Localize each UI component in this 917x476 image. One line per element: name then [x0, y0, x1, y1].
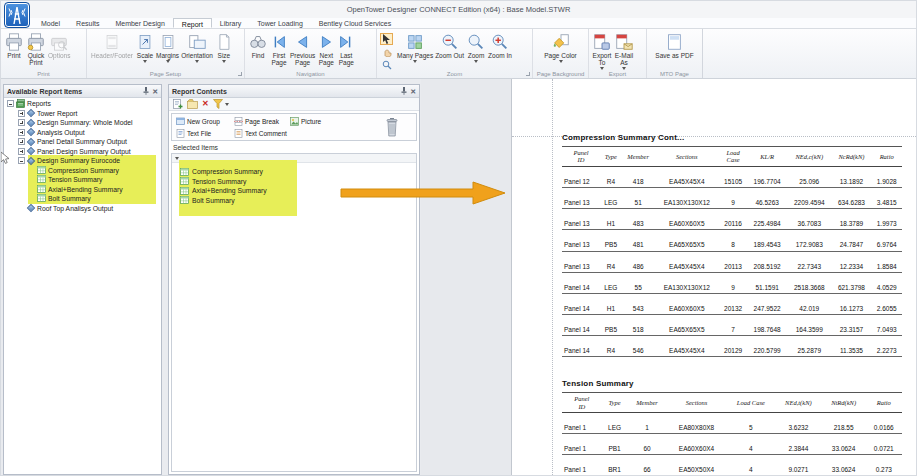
tree-item-tower-report[interactable]: Tower Report	[4, 109, 161, 119]
report-diamond-icon	[27, 128, 35, 136]
table-cell: LEG	[600, 188, 622, 209]
tab-library[interactable]: Library	[212, 18, 249, 28]
email-as-button[interactable]: E-Mail As	[613, 31, 635, 70]
palette-picture[interactable]: Picture	[290, 117, 321, 126]
tab-results[interactable]: Results	[68, 18, 107, 28]
zoom-out-button[interactable]: Zoom Out	[434, 31, 465, 59]
tab-model[interactable]: Model	[33, 18, 68, 28]
expand-icon[interactable]	[18, 119, 25, 126]
page-setup-group-label: Page Setup	[87, 71, 244, 77]
tree-item-axial-bending-summary[interactable]: Axial+Bending Summary	[4, 185, 161, 195]
table-header-row: Panel IDTypeMemberSectionsLoad CaseNEd,t…	[562, 393, 902, 413]
table-icon	[37, 185, 46, 194]
save-as-pdf-button[interactable]: Save as PDF	[654, 31, 694, 59]
table-row: Panel 1LEG1EA80X80X853.6232218.550.0166	[562, 413, 902, 434]
last-page-button[interactable]: Last Page	[336, 31, 356, 66]
quick-print-button[interactable]: Quick Print	[25, 31, 47, 66]
tree-item-design-summary-eurocode[interactable]: Design Summary Eurocode	[4, 156, 161, 166]
close-icon[interactable]: ✕	[410, 88, 416, 95]
delete-item-button[interactable]: ✕	[202, 100, 209, 108]
pointer-tool-button[interactable]	[380, 33, 393, 45]
tree-item-compression-summary[interactable]: Compression Summary	[4, 166, 161, 176]
table-cell: 220.5799	[747, 336, 787, 357]
zoom-in-icon	[490, 31, 510, 52]
pin-icon[interactable]	[143, 87, 149, 96]
trash-icon[interactable]	[384, 117, 400, 142]
table-cell: 225.4984	[747, 209, 787, 230]
tree-item-design-summary-whole-model[interactable]: Design Summary: Whole Model	[4, 118, 161, 128]
expand-icon[interactable]	[18, 110, 25, 117]
first-page-icon	[270, 31, 288, 52]
dialog-launcher-icon[interactable]	[238, 72, 242, 76]
column-header: Type	[600, 147, 622, 167]
table-cell: R4	[600, 166, 622, 187]
header-footer-button[interactable]: Header/Footer	[89, 31, 135, 59]
panel-header: Report Contents ✕	[169, 85, 419, 98]
tree-item-roof-top-analisys-output[interactable]: Roof Top Analisys Output	[4, 204, 161, 214]
pin-icon[interactable]	[401, 87, 407, 96]
palette-new-group[interactable]: New Group	[176, 117, 220, 126]
table-cell: 12.2334	[832, 251, 872, 272]
margins-button[interactable]: Margins	[155, 31, 180, 63]
tab-member-design[interactable]: Member Design	[107, 18, 172, 28]
contents-toolbar: ✕	[169, 98, 419, 111]
compression-summary-title: Compression Summary Cont...	[562, 133, 910, 142]
collapse-icon[interactable]	[18, 157, 25, 164]
tab-report[interactable]: Report	[173, 18, 212, 28]
list-item-compression-summary[interactable]: Compression Summary	[172, 167, 416, 177]
expand-icon[interactable]	[18, 148, 25, 155]
table-cell: EA130X130X12	[655, 272, 719, 293]
tree-item-tension-summary[interactable]: Tension Summary	[4, 175, 161, 185]
tree-item-panel-detail-summary-output[interactable]: Panel Detail Summary Output	[4, 137, 161, 147]
tab-bentley-cloud-services[interactable]: Bentley Cloud Services	[311, 18, 399, 28]
options-button[interactable]: Options	[47, 31, 71, 59]
tab-tower-loading[interactable]: Tower Loading	[249, 18, 311, 28]
size-button[interactable]: Size	[214, 31, 234, 63]
scale-button[interactable]: Scale	[135, 31, 155, 63]
page-break-icon	[234, 117, 243, 126]
previous-page-button[interactable]: Previous Page	[289, 31, 316, 66]
expand-icon[interactable]	[18, 129, 25, 136]
table-cell: 20129	[719, 336, 747, 357]
collapse-icon[interactable]	[7, 100, 14, 107]
add-report-item-button[interactable]	[173, 99, 183, 110]
zoom-dropdown-button[interactable]: Zoom	[465, 31, 487, 63]
ribbon-tab-bar: Model Results Member Design Report Libra…	[1, 18, 916, 29]
expand-icon[interactable]	[18, 138, 25, 145]
find-button[interactable]: Find	[247, 31, 269, 59]
table-cell: BR1	[602, 455, 628, 475]
many-pages-button[interactable]: Many Pages	[396, 31, 434, 63]
report-page: Compression Summary Cont... Panel IDType…	[511, 79, 916, 475]
tree-item-reports[interactable]: Reports	[4, 99, 161, 109]
palette-page-break[interactable]: Page Break	[234, 117, 279, 126]
page-color-button[interactable]: Page Color	[543, 31, 578, 63]
printer-icon	[26, 31, 46, 52]
palette-text-comment[interactable]: Text Comment	[234, 129, 287, 138]
scale-icon	[136, 31, 154, 52]
palette-text-file[interactable]: Text File	[176, 129, 211, 138]
filter-button[interactable]	[213, 99, 229, 109]
table-cell: EA80X80X8	[667, 413, 727, 434]
dropdown-caret[interactable]	[225, 103, 229, 106]
table-cell: 2.2273	[871, 336, 902, 357]
table-cell: 20132	[719, 293, 747, 314]
close-icon[interactable]: ✕	[152, 88, 158, 95]
print-group-label: Print	[1, 71, 86, 77]
pan-hand-tool-button[interactable]	[380, 46, 393, 58]
table-cell: 11.3535	[832, 336, 872, 357]
column-header: Panel ID	[562, 147, 600, 167]
zoom-in-button[interactable]: Zoom In	[487, 31, 513, 59]
orientation-button[interactable]: Orientation	[180, 31, 214, 63]
first-page-button[interactable]: First Page	[269, 31, 289, 66]
next-page-button[interactable]: Next Page	[316, 31, 336, 66]
tower-antenna-icon	[7, 5, 27, 27]
table-cell: 634.6283	[832, 188, 872, 209]
tree-item-panel-design-summary-output[interactable]: Panel Design Summary Output	[4, 147, 161, 157]
export-to-button[interactable]: Export To	[591, 31, 613, 70]
print-button[interactable]: Print	[3, 31, 25, 59]
new-group-folder-button[interactable]	[187, 99, 198, 109]
tree-item-analysis-output[interactable]: Analysis Output	[4, 128, 161, 138]
dialog-launcher-icon[interactable]	[526, 72, 530, 76]
tree-item-bolt-summary[interactable]: Bolt Summary	[4, 194, 161, 204]
zoom-tool-button[interactable]	[380, 59, 393, 71]
